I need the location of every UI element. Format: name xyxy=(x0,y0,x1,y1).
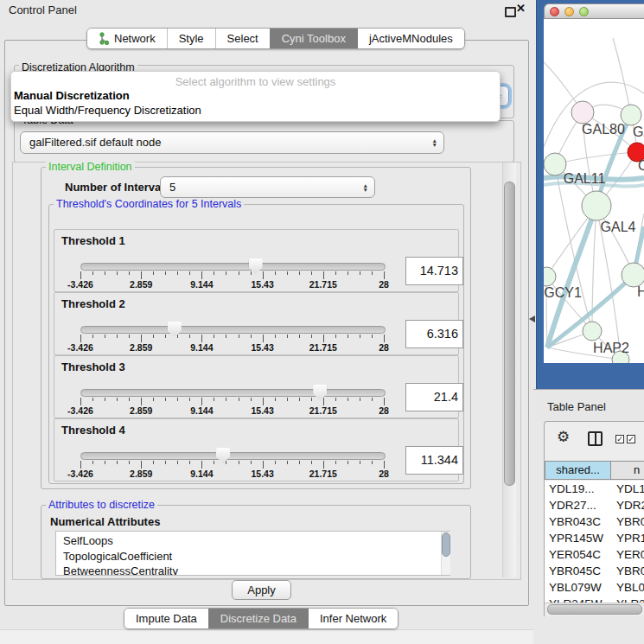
threshold-panel: Threshold 2 -3.4262.8599.14415.4321.7152… xyxy=(54,292,459,355)
tab-label: Network xyxy=(114,32,156,45)
tab-label: Discretize Data xyxy=(220,612,296,625)
tab-network[interactable]: Network xyxy=(87,29,167,48)
slider-tick-labels: -3.4262.8599.14415.4321.71528 xyxy=(80,469,384,479)
threshold-panel: Threshold 3 -3.4262.8599.14415.4321.7152… xyxy=(54,355,459,418)
zoom-traffic-light-icon[interactable] xyxy=(579,7,589,16)
list-item[interactable]: SelfLoops xyxy=(56,533,450,549)
network-node-gal4[interactable] xyxy=(582,191,611,220)
vertical-scrollbar-thumb[interactable] xyxy=(504,182,515,486)
numerical-attributes-list[interactable]: SelfLoopsTopologicalCoefficientBetweenne… xyxy=(55,531,450,576)
table-row[interactable]: YBL079WYBL0 xyxy=(545,579,644,596)
threshold-label: Threshold 2 xyxy=(61,297,125,310)
tab-infer-network[interactable]: Infer Network xyxy=(308,609,398,628)
tab-label: jActiveMNodules xyxy=(369,32,453,45)
tab-jactivemnodules[interactable]: jActiveMNodules xyxy=(357,29,464,48)
node-label: GAL80 xyxy=(582,122,625,137)
thresholds-group-label: Threshold's Coordinates for 5 Intervals xyxy=(54,198,244,210)
threshold-value-field[interactable]: 21.4 xyxy=(405,383,463,411)
slider-tick-labels: -3.4262.8599.14415.4321.71528 xyxy=(80,279,384,290)
threshold-label: Threshold 4 xyxy=(61,424,125,437)
table-row[interactable]: YBR043CYBR0 xyxy=(545,513,644,530)
list-scrollbar-thumb[interactable] xyxy=(442,532,450,557)
apply-button[interactable]: Apply xyxy=(232,580,291,600)
slider-track[interactable] xyxy=(80,326,386,334)
node-label: C xyxy=(638,158,644,173)
node-label: GCY1 xyxy=(544,285,582,300)
table-row[interactable]: YPR145WYPR1 xyxy=(545,530,644,546)
tab-impute-data[interactable]: Impute Data xyxy=(124,609,208,628)
tab-label: Cyni Toolbox xyxy=(282,32,346,45)
column-header-name[interactable]: n xyxy=(611,461,644,480)
network-canvas[interactable]: GAL80 GA C GAL11 GAL4 GCY1 H HAP2 xyxy=(544,19,644,363)
network-node-gal80[interactable] xyxy=(571,101,594,124)
tab-label: Infer Network xyxy=(320,612,386,625)
panel-title: Control Panel xyxy=(9,3,77,16)
table-row[interactable]: YER054CYER0 xyxy=(545,546,644,563)
node-label: HAP2 xyxy=(593,341,629,355)
numerical-attributes-label: Numerical Attributes xyxy=(50,515,160,528)
column-header-shared-name[interactable]: shared... xyxy=(545,461,611,480)
network-node[interactable] xyxy=(622,263,644,287)
slider-tick-labels: -3.4262.8599.14415.4321.71528 xyxy=(80,342,384,353)
float-window-icon[interactable] xyxy=(505,7,516,17)
network-icon xyxy=(99,32,110,45)
dropdown-hint-text: Select algorithm to view settings xyxy=(11,75,500,88)
table-row[interactable]: YDL19...YDL1 xyxy=(545,481,644,497)
threshold-value-field[interactable]: 6.316 xyxy=(405,320,463,348)
close-icon[interactable]: ✕ xyxy=(516,2,526,15)
combo-stepper-icon: ▲▼ xyxy=(432,138,437,147)
table-row[interactable]: YBR045CYBR0 xyxy=(545,563,644,579)
tab-discretize-data[interactable]: Discretize Data xyxy=(208,609,308,628)
threshold-slider[interactable]: -3.4262.8599.14415.4321.71528 xyxy=(80,258,384,291)
algorithm-dropdown-popup: Select algorithm to view settings Manual… xyxy=(10,71,501,122)
threshold-slider[interactable]: -3.4262.8599.14415.4321.71528 xyxy=(80,448,384,481)
threshold-panel: Threshold 4 -3.4262.8599.14415.4321.7152… xyxy=(54,418,459,481)
tab-style[interactable]: Style xyxy=(167,29,215,48)
checkbox-icon[interactable]: ✓ xyxy=(615,435,624,443)
table-row[interactable]: YDR27...YDR2 xyxy=(545,497,644,513)
table-body: YDL19...YDL1YDR27...YDR2YBR043CYBR0YPR14… xyxy=(545,481,644,616)
dropdown-option-manual-discretization[interactable]: Manual Discretization xyxy=(14,89,130,102)
threshold-value-field[interactable]: 11.344 xyxy=(405,446,463,475)
tab-cyni-toolbox[interactable]: Cyni Toolbox xyxy=(270,29,357,48)
threshold-label: Threshold 1 xyxy=(61,234,125,247)
tab-label: Style xyxy=(179,32,204,45)
dropdown-option-equal-width[interactable]: Equal Width/Frequency Discretization xyxy=(14,104,201,117)
horizontal-scrollbar-thumb[interactable] xyxy=(547,604,642,615)
bottom-tab-bar: Impute Data Discretize Data Infer Networ… xyxy=(124,608,399,629)
node-label: GA xyxy=(633,124,644,139)
tab-select[interactable]: Select xyxy=(215,29,270,48)
list-item[interactable]: TopologicalCoefficient xyxy=(56,549,450,564)
split-columns-icon[interactable] xyxy=(588,431,603,446)
threshold-slider[interactable]: -3.4262.8599.14415.4321.71528 xyxy=(80,322,384,354)
top-tab-bar: Network Style Select Cyni Toolbox jActiv… xyxy=(86,28,465,49)
mouse-cursor xyxy=(529,316,535,322)
network-node-hap2[interactable] xyxy=(583,322,602,341)
minimize-traffic-light-icon[interactable] xyxy=(564,7,574,16)
network-node-gcy1[interactable] xyxy=(544,267,556,286)
app-window: { "header": { "title": "Control Panel" }… xyxy=(0,0,644,644)
threshold-slider[interactable]: -3.4262.8599.14415.4321.71528 xyxy=(80,385,384,418)
list-item[interactable]: BetweennessCentrality xyxy=(56,564,450,576)
close-traffic-light-icon[interactable] xyxy=(550,7,559,16)
node-label: H xyxy=(637,284,644,299)
gear-icon[interactable]: ⚙ xyxy=(557,428,570,445)
number-of-intervals-combobox[interactable]: 5 ▲▼ xyxy=(160,176,375,198)
table-header-row: shared... n xyxy=(545,461,644,480)
threshold-value-field[interactable]: 14.713 xyxy=(405,257,463,285)
number-of-intervals-label: Number of Intervals xyxy=(65,181,170,194)
slider-track[interactable] xyxy=(80,389,386,397)
slider-track[interactable] xyxy=(80,263,386,271)
attributes-group-label: Attributes to discretize xyxy=(46,499,157,511)
slider-track[interactable] xyxy=(80,452,386,460)
checkbox-icon[interactable]: ✓ xyxy=(627,435,635,443)
node-label: GAL11 xyxy=(564,171,606,186)
threshold-panel: Threshold 1 -3.4262.8599.14415.4321.7152… xyxy=(54,229,459,292)
tab-label: Select xyxy=(227,32,258,45)
tab-label: Impute Data xyxy=(136,612,197,625)
threshold-label: Threshold 3 xyxy=(61,360,125,373)
table-panel-title: Table Panel xyxy=(547,400,606,413)
slider-tick-labels: -3.4262.8599.14415.4321.71528 xyxy=(80,405,384,416)
number-of-intervals-value: 5 xyxy=(169,177,355,197)
table-data-combobox[interactable]: galFiltered.sif default node ▲▼ xyxy=(20,131,444,154)
